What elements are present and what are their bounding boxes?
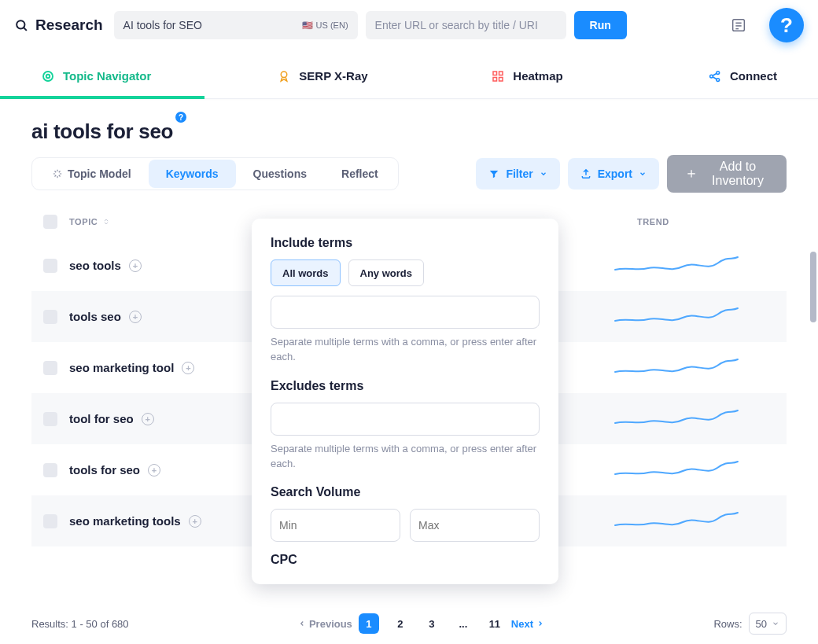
chevron-down-icon [639,170,647,178]
svg-line-17 [713,76,717,79]
target-icon [41,69,55,83]
topic-label: tool for seo [69,412,134,425]
topic-label: tools seo [69,310,121,323]
add-topic-icon[interactable]: + [142,413,154,425]
export-button[interactable]: Export [568,158,659,190]
plus-icon: ＋ [684,166,698,182]
page-number[interactable]: 3 [422,613,442,634]
volume-max-input[interactable] [410,509,540,542]
subview-tabs: Topic Model Keywords Questions Reflect [31,157,399,190]
trend-sparkline [614,508,739,535]
topic-label: seo marketing tools [69,514,181,528]
flag-icon: 🇺🇸 [302,20,313,31]
exclude-hint: Separate multiple terms with a comma, or… [271,442,540,472]
medal-icon [277,69,291,83]
sparkle-icon [52,168,63,179]
topic-label: seo marketing tool [69,361,174,374]
svg-rect-10 [499,72,503,75]
nav-connect[interactable]: Connect [629,53,787,98]
page-number[interactable]: 2 [390,613,411,634]
trend-sparkline [614,457,739,484]
run-button[interactable]: Run [574,11,627,39]
row-checkbox[interactable] [43,463,57,477]
include-hint: Separate multiple terms with a comma, or… [271,335,540,365]
grid-icon [491,69,505,83]
add-topic-icon[interactable]: + [189,515,201,528]
share-icon [708,69,722,83]
url-search-placeholder: Enter URL or search by title / URI [375,19,538,31]
topic-search-input[interactable]: AI tools for SEO 🇺🇸 US (EN) [114,11,358,39]
locale-selector[interactable]: 🇺🇸 US (EN) [302,20,348,31]
results-count: Results: 1 - 50 of 680 [31,618,129,630]
svg-point-7 [46,74,50,78]
title-info-badge[interactable]: ? [175,112,186,123]
svg-line-1 [24,27,27,30]
rows-per-page: Rows: 50 [713,613,787,635]
page-number[interactable]: 1 [359,613,379,634]
brand-label: Research [35,17,103,34]
row-checkbox[interactable] [43,412,57,426]
vertical-scrollbar[interactable] [810,252,816,322]
funnel-icon [488,168,499,179]
topic-search-value: AI tools for SEO [123,19,202,31]
volume-min-input[interactable] [271,509,400,542]
include-any-words-button[interactable]: Any words [348,259,424,286]
pagination: Previous 123...11 Next [298,613,544,634]
row-checkbox[interactable] [43,514,57,528]
select-all-checkbox[interactable] [43,215,57,229]
row-checkbox[interactable] [43,310,57,324]
svg-point-6 [43,72,53,81]
help-button[interactable]: ? [769,8,804,42]
chevron-right-icon [536,620,544,627]
trend-sparkline [614,304,739,330]
column-trend[interactable]: TREND [614,217,787,226]
exclude-terms-input[interactable] [271,403,540,436]
search-volume-title: Search Volume [271,485,540,499]
app-brand: Research [14,17,103,34]
svg-line-16 [713,73,717,75]
nav-heatmap[interactable]: Heatmap [425,53,629,98]
url-search-input[interactable]: Enter URL or search by title / URI [366,11,566,39]
page-next[interactable]: Next [511,618,544,630]
add-topic-icon[interactable]: + [129,259,142,272]
tab-reflect[interactable]: Reflect [324,160,396,188]
search-icon [14,18,29,33]
tab-questions[interactable]: Questions [236,160,324,188]
news-icon[interactable] [730,17,747,34]
upload-icon [580,168,591,179]
row-checkbox[interactable] [43,259,57,273]
tab-keywords[interactable]: Keywords [149,160,236,188]
trend-sparkline [614,355,739,381]
add-topic-icon[interactable]: + [182,362,194,374]
page-number[interactable]: 11 [485,613,505,634]
svg-rect-9 [493,72,497,75]
topic-label: tools for seo [69,463,140,477]
chevron-down-icon [540,170,547,178]
svg-point-8 [282,72,288,78]
row-checkbox[interactable] [43,361,57,375]
include-all-words-button[interactable]: All words [271,259,341,286]
add-to-inventory-button[interactable]: ＋ Add to Inventory [667,155,787,193]
include-terms-input[interactable] [271,296,540,329]
sort-icon [102,218,110,226]
add-topic-icon[interactable]: + [129,311,142,323]
question-icon: ? [780,13,793,38]
svg-rect-12 [499,77,503,81]
trend-sparkline [614,406,739,432]
rows-dropdown[interactable]: 50 [749,613,787,635]
page-title: ai tools for seo [31,120,173,144]
svg-rect-11 [493,77,497,81]
exclude-terms-title: Excludes terms [271,379,540,393]
include-terms-title: Include terms [271,236,540,250]
filter-panel: Include terms All words Any words Separa… [252,219,558,584]
tab-topic-model[interactable]: Topic Model [35,160,149,188]
filter-button[interactable]: Filter [476,158,559,190]
trend-sparkline [614,252,739,279]
nav-topic-navigator[interactable]: Topic Navigator [31,53,220,98]
nav-serp-xray[interactable]: SERP X-Ray [220,53,425,98]
add-topic-icon[interactable]: + [148,464,160,477]
cpc-title: CPC [271,553,540,567]
chevron-down-icon [772,620,779,627]
page-previous[interactable]: Previous [298,618,352,630]
chevron-left-icon [298,620,306,627]
